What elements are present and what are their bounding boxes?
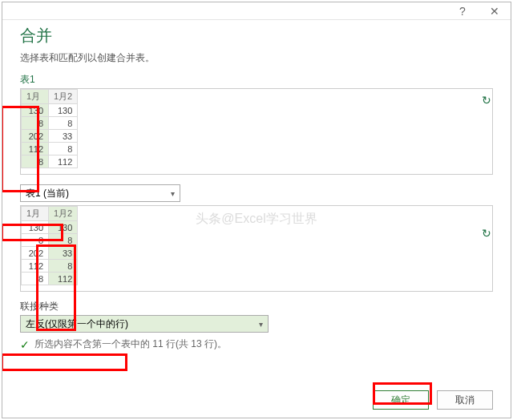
status-text: 所选内容不含第一个表中的 11 行(共 13 行)。 bbox=[34, 337, 227, 351]
dialog-title: 合并 bbox=[20, 25, 493, 46]
dialog-content: 合并 选择表和匹配列以创建合并表。 表1 ↻ 1月1月2130130882023… bbox=[2, 20, 511, 418]
table-cell: 8 bbox=[49, 143, 78, 155]
table-row: 8112 bbox=[22, 273, 78, 285]
table-cell: 33 bbox=[49, 130, 78, 143]
table-cell: 130 bbox=[49, 221, 78, 234]
table-cell: 202 bbox=[22, 247, 49, 260]
table-cell: 8 bbox=[49, 234, 78, 247]
table-cell: 8 bbox=[22, 155, 49, 168]
preview-table-2: 1月1月2130130882023311288112 bbox=[20, 205, 493, 292]
preview-table-1: 1月1月2130130882023311288112 bbox=[20, 88, 493, 175]
dialog-subtitle: 选择表和匹配列以创建合并表。 bbox=[20, 51, 493, 65]
join-type-label: 联接种类 bbox=[20, 300, 493, 313]
table-cell: 8 bbox=[49, 260, 78, 273]
join-type-selector[interactable]: ▾ bbox=[20, 315, 269, 333]
column-header[interactable]: 1月2 bbox=[49, 90, 78, 104]
table-row: 130130 bbox=[22, 221, 78, 234]
cancel-button[interactable]: 取消 bbox=[437, 390, 493, 410]
close-icon[interactable]: ✕ bbox=[479, 2, 511, 20]
refresh-icon[interactable]: ↻ bbox=[482, 94, 491, 107]
table-selector-input[interactable] bbox=[21, 186, 165, 200]
table-cell: 33 bbox=[49, 247, 78, 260]
table-row: 130130 bbox=[22, 104, 78, 117]
table-row: 20233 bbox=[22, 247, 78, 260]
help-icon[interactable]: ? bbox=[446, 2, 479, 20]
join-type-input[interactable] bbox=[21, 317, 253, 331]
table-cell: 112 bbox=[49, 155, 78, 168]
chevron-down-icon: ▾ bbox=[253, 320, 268, 329]
titlebar: ? ✕ bbox=[2, 2, 511, 20]
table-cell: 202 bbox=[22, 130, 49, 143]
table-row: 88 bbox=[22, 234, 78, 247]
table-row: 8112 bbox=[22, 155, 78, 168]
table-row: 88 bbox=[22, 117, 78, 130]
refresh-icon[interactable]: ↻ bbox=[482, 227, 491, 240]
ok-button[interactable]: 确定 bbox=[373, 390, 429, 410]
status-row: ✓ 所选内容不含第一个表中的 11 行(共 13 行)。 bbox=[20, 337, 493, 351]
chevron-down-icon: ▾ bbox=[165, 189, 180, 198]
table-cell: 8 bbox=[22, 234, 49, 247]
table-cell: 130 bbox=[22, 104, 49, 117]
table-cell: 112 bbox=[22, 143, 49, 155]
table-row: 20233 bbox=[22, 130, 78, 143]
column-header[interactable]: 1月 bbox=[22, 90, 49, 104]
table-cell: 112 bbox=[22, 260, 49, 273]
merge-dialog: ? ✕ 合并 选择表和匹配列以创建合并表。 表1 ↻ 1月1月213013088… bbox=[2, 2, 511, 418]
table-selector-row: ▾ bbox=[20, 184, 493, 202]
column-header[interactable]: 1月 bbox=[22, 207, 49, 221]
section1-label: 表1 bbox=[20, 73, 493, 87]
check-icon: ✓ bbox=[20, 338, 30, 351]
table-cell: 130 bbox=[49, 104, 78, 117]
annotation-rect bbox=[2, 353, 127, 371]
table-row: 1128 bbox=[22, 143, 78, 155]
table-cell: 112 bbox=[49, 273, 78, 285]
table-selector[interactable]: ▾ bbox=[20, 184, 180, 202]
table-cell: 130 bbox=[22, 221, 49, 234]
column-header[interactable]: 1月2 bbox=[49, 207, 78, 221]
button-bar: 确定 取消 bbox=[373, 390, 493, 410]
table-cell: 8 bbox=[22, 117, 49, 130]
table-cell: 8 bbox=[49, 117, 78, 130]
table-cell: 8 bbox=[22, 273, 49, 285]
table-row: 1128 bbox=[22, 260, 78, 273]
